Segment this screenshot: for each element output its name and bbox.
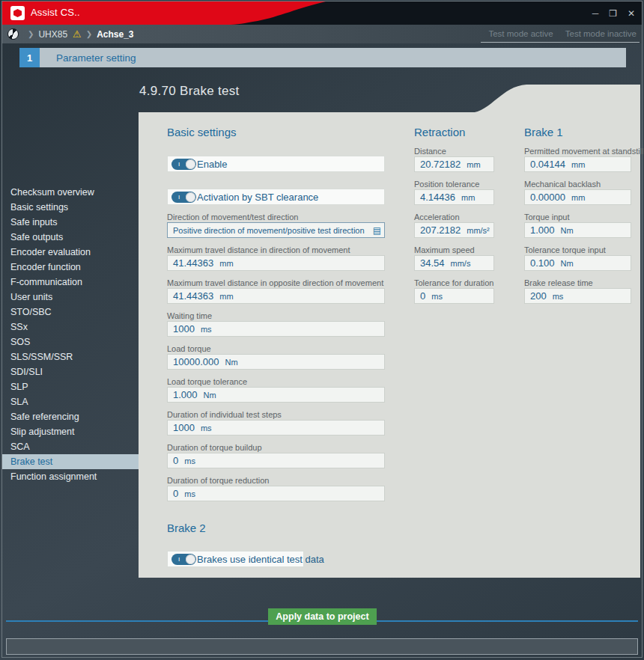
- field-input[interactable]: 1000 ms: [167, 420, 385, 436]
- close-button[interactable]: ✕: [628, 9, 635, 18]
- field-tolerance-torque-input: Tolerance torque input 0.100 Nm: [524, 245, 631, 271]
- maximize-button[interactable]: ❒: [609, 9, 617, 18]
- field-value: 0: [420, 290, 425, 302]
- direction-dropdown[interactable]: Positive direction of movement/positive …: [167, 222, 385, 238]
- field-distance: Distance 20.72182 mm: [414, 147, 494, 172]
- field-input[interactable]: 1.000 Nm: [167, 387, 385, 403]
- field-value: 1.000: [530, 224, 555, 236]
- sidebar-nav: Checksum overview Basic settings Safe in…: [1, 185, 139, 484]
- sidebar-item-sca[interactable]: SCA: [1, 439, 139, 454]
- field-value: 200: [530, 290, 547, 302]
- field-value: 207.2182: [420, 224, 461, 236]
- sidebar-item-ssx[interactable]: SSx: [1, 320, 139, 334]
- field-value: 0.04144: [530, 159, 565, 170]
- section-title-basic-settings: Basic settings: [167, 126, 385, 138]
- field-input[interactable]: 0 ms: [414, 288, 494, 304]
- field-input[interactable]: 4.14436 mm: [414, 189, 494, 205]
- field-label: Direction of movement/test direction: [167, 213, 385, 221]
- field-unit: ms: [201, 325, 212, 334]
- field-input[interactable]: 200 ms: [524, 288, 631, 304]
- minimize-button[interactable]: ─: [592, 9, 599, 18]
- sidebar-item-brake-test[interactable]: Brake test: [1, 454, 139, 469]
- sidebar-item-sto-sbc[interactable]: STO/SBC: [1, 305, 139, 320]
- field-torque-input: Torque input 1.000 Nm: [524, 213, 631, 238]
- field-value: 20.72182: [420, 159, 461, 170]
- sidebar-item-safe-inputs[interactable]: Safe inputs: [1, 215, 139, 230]
- field-label: Maximum travel distance in direction of …: [167, 245, 385, 254]
- sidebar-item-sdi-sli[interactable]: SDI/SLI: [1, 364, 139, 379]
- section-title-retraction: Retraction: [414, 126, 494, 138]
- field-waiting-time: Waiting time 1000 ms: [167, 311, 385, 337]
- test-mode-active-tab[interactable]: Test mode active: [488, 29, 553, 38]
- test-mode-tabs: Test mode active Test mode inactive: [481, 27, 640, 43]
- network-icon[interactable]: [7, 28, 19, 40]
- sidebar-item-user-units[interactable]: User units: [1, 290, 139, 305]
- application-window: Assist CS.. ─ ❒ ✕ ❯ UHX85 ⚠ ❯ Achse_3 Te…: [0, 0, 644, 660]
- dropdown-list-icon[interactable]: ▤: [373, 226, 381, 235]
- field-label: Duration of individual test steps: [167, 410, 385, 419]
- breadcrumb-axis[interactable]: Achse_3: [97, 29, 133, 40]
- field-value: 41.44363: [173, 257, 213, 269]
- field-input[interactable]: 34.54 mm/s: [414, 255, 494, 271]
- field-unit: ms: [184, 489, 195, 498]
- sidebar-item-sla[interactable]: SLA: [1, 394, 139, 409]
- sbt-clearance-toggle[interactable]: Activation by SBT clearance: [167, 189, 385, 205]
- field-label: Tolerance torque input: [524, 245, 631, 254]
- field-acceleration: Acceleration 207.2182 mm/s²: [414, 213, 494, 238]
- sidebar-item-encoder-function[interactable]: Encoder function: [1, 260, 139, 275]
- field-input[interactable]: 207.2182 mm/s²: [414, 222, 494, 238]
- app-logo-icon: [10, 6, 25, 20]
- test-mode-inactive-tab[interactable]: Test mode inactive: [565, 29, 637, 38]
- title-bar: Assist CS.. ─ ❒ ✕: [1, 1, 643, 25]
- field-input[interactable]: 0.04144 mm: [524, 156, 631, 172]
- enable-toggle[interactable]: Enable: [167, 156, 385, 172]
- field-max-travel-direction: Maximum travel distance in direction of …: [167, 245, 385, 271]
- sidebar-item-encoder-evaluation[interactable]: Encoder evaluation: [1, 245, 139, 260]
- sidebar-item-sos[interactable]: SOS: [1, 334, 139, 349]
- apply-data-button[interactable]: Apply data to project: [268, 608, 377, 625]
- field-value: 34.54: [420, 257, 445, 269]
- toggle-on-icon: [171, 554, 196, 565]
- field-label: Acceleration: [414, 213, 494, 221]
- breadcrumb: ❯ UHX85 ⚠ ❯ Achse_3 Test mode active Tes…: [1, 25, 643, 43]
- step-title: Parameter setting: [56, 52, 136, 64]
- sidebar-item-slip-adjustment[interactable]: Slip adjustment: [1, 424, 139, 439]
- sidebar-item-f-communication[interactable]: F-communication: [1, 275, 139, 290]
- sidebar-item-safe-referencing[interactable]: Safe referencing: [1, 409, 139, 424]
- sidebar-item-sls-ssm-ssr[interactable]: SLS/SSM/SSR: [1, 349, 139, 364]
- field-input[interactable]: 41.44363 mm: [167, 288, 385, 304]
- field-input[interactable]: 10000.000 Nm: [167, 354, 385, 370]
- field-input[interactable]: 1.000 Nm: [524, 222, 631, 238]
- field-input[interactable]: 41.44363 mm: [167, 255, 385, 271]
- field-load-torque: Load torque 10000.000 Nm: [167, 344, 385, 370]
- field-input[interactable]: 20.72182 mm: [414, 156, 494, 172]
- field-value: 0: [173, 455, 178, 466]
- field-unit: mm: [467, 160, 480, 169]
- field-value: 0: [173, 488, 178, 499]
- field-input[interactable]: 0 ms: [167, 486, 385, 501]
- field-input[interactable]: 0 ms: [167, 453, 385, 468]
- sidebar-item-safe-outputs[interactable]: Safe outputs: [1, 230, 139, 245]
- breadcrumb-device[interactable]: UHX85: [38, 29, 67, 40]
- field-input[interactable]: 0.100 Nm: [524, 255, 631, 271]
- field-value: 41.44363: [173, 290, 213, 302]
- sidebar-item-slp[interactable]: SLP: [1, 379, 139, 394]
- sidebar-item-checksum-overview[interactable]: Checksum overview: [1, 185, 139, 200]
- dropdown-value: Positive direction of movement/positive …: [173, 226, 365, 235]
- panel-header-extension: [539, 85, 640, 113]
- sidebar-item-function-assignment[interactable]: Function assignment: [1, 469, 139, 484]
- field-tolerance-duration: Tolerance for duration 0 ms: [414, 278, 494, 304]
- field-input[interactable]: 0.00000 mm: [524, 189, 631, 205]
- window-controls: ─ ❒ ✕: [592, 1, 635, 25]
- breadcrumb-separator: ❯: [86, 30, 92, 38]
- field-label: Load torque tolerance: [167, 377, 385, 386]
- step-bar[interactable]: Parameter setting: [40, 48, 626, 67]
- field-input[interactable]: 1000 ms: [167, 321, 385, 337]
- sidebar-item-basic-settings[interactable]: Basic settings: [1, 200, 139, 215]
- identical-test-data-toggle[interactable]: Brakes use identical test data: [167, 551, 304, 567]
- breadcrumb-separator: ❯: [28, 30, 34, 38]
- field-unit: mm/s: [451, 259, 471, 268]
- toggle-label: Enable: [197, 159, 227, 170]
- field-label: Mechanical backlash: [524, 180, 631, 189]
- field-unit: mm: [571, 160, 585, 169]
